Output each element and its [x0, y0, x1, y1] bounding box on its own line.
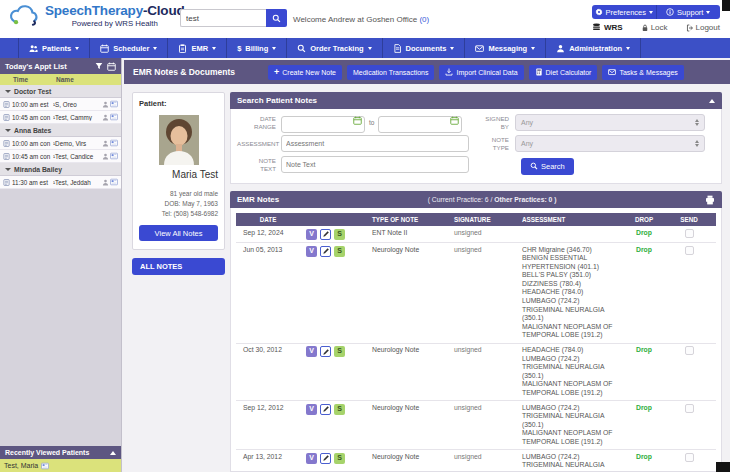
provider-group-doctor-test[interactable]: Doctor Test: [0, 85, 121, 98]
chevron-down-icon: [5, 129, 11, 132]
drop-link[interactable]: Drop: [626, 229, 662, 238]
nav-item-scheduler[interactable]: Scheduler: [90, 38, 168, 58]
patient-demographics: 81 year old male DOB: May 7, 1963 Tel: (…: [139, 189, 218, 219]
global-search-input[interactable]: [180, 9, 266, 27]
chevron-down-icon: [153, 47, 157, 50]
brand-name: SpeechTherapy-Cloud: [45, 3, 185, 18]
pencil-icon: [322, 247, 330, 255]
signed-by-select[interactable]: Any: [515, 114, 705, 131]
assessment-input[interactable]: [281, 135, 469, 152]
logout-link[interactable]: Logout: [686, 23, 720, 32]
scrollbar-thumb[interactable]: [722, 0, 730, 11]
edit-note-icon[interactable]: [320, 404, 331, 415]
note-type-select[interactable]: Any: [515, 135, 705, 152]
send-checkbox[interactable]: [685, 229, 694, 238]
emr-notes-panel: EMR Notes ( Current Practice: 6 / Other …: [230, 191, 722, 472]
drop-link[interactable]: Drop: [626, 453, 662, 462]
brand-tagline: Powered by WRS Health: [45, 19, 185, 28]
import-clinical-data-button[interactable]: Import Clinical Data: [439, 65, 523, 80]
drop-link[interactable]: Drop: [626, 404, 662, 413]
sign-note-icon[interactable]: S: [334, 404, 345, 415]
chart-card-icon: [110, 178, 118, 186]
chevron-down-icon: [212, 47, 216, 50]
all-notes-button[interactable]: ALL NOTES: [132, 258, 225, 275]
note-type-label: NOTE TYPE: [479, 136, 515, 151]
drop-link[interactable]: Drop: [626, 346, 662, 355]
person-icon: [102, 101, 109, 108]
view-note-icon[interactable]: V: [306, 246, 317, 257]
filter-icon[interactable]: [95, 62, 103, 70]
tasks-messages-button[interactable]: Tasks & Messages: [602, 65, 683, 80]
print-icon[interactable]: [705, 195, 715, 205]
appt-row[interactable]: 10:45 am con ¹Test, Cammy: [0, 111, 121, 124]
view-note-icon[interactable]: V: [306, 453, 317, 464]
appt-row[interactable]: 10:00 am con ¹Demo, Virs: [0, 137, 121, 150]
support-button[interactable]: Support: [657, 5, 721, 19]
nav-item-messaging[interactable]: Messaging: [465, 38, 546, 58]
nav-item-billing[interactable]: $Billing: [227, 38, 287, 58]
clipboard-icon: [178, 44, 187, 53]
person-icon: [556, 44, 565, 53]
send-checkbox[interactable]: [685, 246, 694, 255]
edit-note-icon[interactable]: [320, 346, 331, 357]
to-label: to: [369, 119, 374, 126]
preferences-button[interactable]: Preferences: [592, 5, 657, 19]
send-checkbox[interactable]: [685, 453, 694, 462]
search-notes-button[interactable]: Search: [521, 158, 574, 175]
app-window: SpeechTherapy-Cloud Powered by WRS Healt…: [0, 0, 730, 472]
dollar-icon: $: [237, 44, 241, 53]
recently-viewed-header[interactable]: Recently Viewed Patients: [0, 446, 121, 459]
nav-item-documents[interactable]: Documents: [383, 38, 466, 58]
create-new-note-button[interactable]: +Create New Note: [268, 65, 342, 80]
calendar-icon[interactable]: [107, 62, 116, 71]
sidebar-empty-area: [0, 189, 121, 446]
provider-group-anna-bates[interactable]: Anna Bates: [0, 124, 121, 137]
person-icon: [102, 179, 109, 186]
medication-transactions-button[interactable]: Medication Transactions: [347, 65, 434, 80]
diet-calculator-button[interactable]: Diet Calculator: [529, 65, 598, 80]
nav-item-emr[interactable]: EMR: [168, 38, 227, 58]
view-note-icon[interactable]: V: [306, 404, 317, 415]
import-icon: [445, 68, 453, 76]
appt-row[interactable]: 11:30 am est ¹Test, Jeddah: [0, 176, 121, 189]
sign-note-icon[interactable]: S: [334, 346, 345, 357]
view-note-icon[interactable]: V: [306, 229, 317, 240]
sign-note-icon[interactable]: S: [334, 246, 345, 257]
sign-note-icon[interactable]: S: [334, 229, 345, 240]
cloud-logo-icon: [8, 4, 40, 27]
note-text-input[interactable]: [281, 156, 469, 173]
edit-note-icon[interactable]: [320, 246, 331, 257]
page-icon: [3, 153, 10, 160]
wrs-link[interactable]: WRS: [592, 23, 623, 32]
table-row: Apr 13, 2012 VS Neurology Note unsigned …: [236, 450, 716, 472]
nav-item-patients[interactable]: Patients: [18, 38, 90, 58]
page-title: EMR Notes & Documents: [133, 67, 235, 77]
nav-item-administration[interactable]: Administration: [546, 38, 641, 58]
global-search-button[interactable]: [266, 9, 287, 27]
view-all-notes-button[interactable]: View All Notes: [139, 225, 218, 241]
send-checkbox[interactable]: [685, 346, 694, 355]
brand-logo[interactable]: SpeechTherapy-Cloud Powered by WRS Healt…: [8, 3, 185, 28]
screen-corner-artifact: [716, 462, 730, 472]
welcome-count-link[interactable]: (0): [419, 15, 429, 24]
nav-item-order-tracking[interactable]: Order Tracking: [287, 38, 382, 58]
provider-group-miranda-bailey[interactable]: Miranda Bailey: [0, 163, 121, 176]
edit-note-icon[interactable]: [320, 229, 331, 240]
appt-row[interactable]: 10:00 am est ¹S, Oreo: [0, 98, 121, 111]
signed-by-label: SIGNED BY: [479, 115, 515, 130]
calendar-icon: [100, 44, 109, 53]
edit-note-icon[interactable]: [320, 453, 331, 464]
chart-card-icon: [110, 113, 118, 121]
appt-row[interactable]: 10:45 am con ¹Test, Candice: [0, 150, 121, 163]
send-checkbox[interactable]: [685, 404, 694, 413]
drop-link[interactable]: Drop: [626, 246, 662, 255]
calendar-icon[interactable]: [353, 116, 362, 125]
view-note-icon[interactable]: V: [306, 346, 317, 357]
recent-patient-item[interactable]: Test, Maria: [0, 459, 121, 472]
collapse-icon[interactable]: [709, 99, 715, 103]
pencil-icon: [322, 230, 330, 238]
sign-note-icon[interactable]: S: [334, 453, 345, 464]
calendar-icon[interactable]: [450, 116, 459, 125]
lock-link[interactable]: Lock: [641, 23, 668, 32]
date-range-label: DATE RANGE: [237, 115, 281, 130]
